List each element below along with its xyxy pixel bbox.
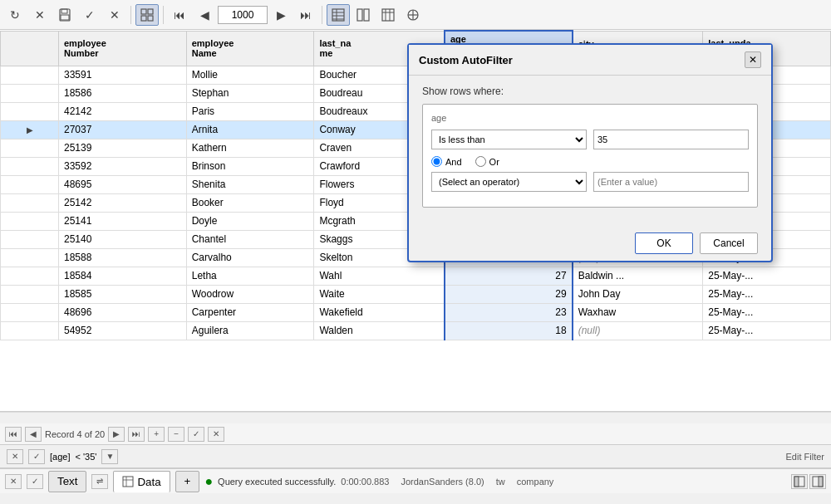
card-view-button[interactable]	[352, 4, 375, 26]
data-tab[interactable]: Data	[113, 471, 170, 492]
table-view-button[interactable]	[327, 4, 350, 26]
cell-employeeNumber: 48696	[59, 303, 187, 321]
filter-close-button[interactable]: ✕	[7, 449, 23, 464]
value2-input[interactable]	[593, 172, 749, 192]
filter-check-button[interactable]: ✓	[28, 449, 45, 464]
or-radio-label[interactable]: Or	[475, 156, 499, 167]
refresh-button[interactable]: ↻	[3, 4, 27, 26]
prev-start-button[interactable]: ⏮	[168, 4, 191, 26]
row-indicator	[1, 157, 59, 175]
col-employeeName[interactable]: employeeName	[186, 31, 314, 66]
row-indicator	[1, 139, 59, 157]
modal-close-button[interactable]: ✕	[745, 51, 761, 68]
operator2-select[interactable]: (Select an operator)	[431, 172, 587, 192]
status-message: Query executed successfully.	[218, 477, 336, 487]
svg-rect-5	[141, 16, 146, 21]
col-employeeNumber[interactable]: employeeNumber	[59, 31, 187, 66]
record-text: Record 4 of 20	[45, 429, 105, 439]
row-indicator	[1, 84, 59, 102]
ok-button[interactable]: OK	[635, 232, 693, 254]
cell-employeeName: Carpenter	[186, 303, 314, 321]
modal-header: Custom AutoFilter ✕	[409, 45, 771, 76]
cell-employeeName: Carvalho	[186, 248, 314, 267]
text-tab[interactable]: Text	[48, 471, 86, 492]
cell-employeeName: Mollie	[186, 66, 314, 84]
table-row: 48696CarpenterWakefield23Waxhaw25-May-..…	[1, 303, 831, 321]
horizontal-scrollbar[interactable]	[0, 412, 831, 423]
cell-last_name: Walden	[314, 321, 445, 340]
filter-expression: < '35'	[75, 452, 96, 462]
cell-employeeName: Letha	[186, 267, 314, 285]
or-radio[interactable]	[475, 156, 486, 167]
row-indicator	[1, 285, 59, 303]
cell-last-update: 25-May-...	[703, 267, 831, 285]
filter-bar: ✕ ✓ [age] < '35' ▼ Edit Filter	[0, 445, 831, 468]
modal-title: Custom AutoFilter	[419, 54, 513, 66]
page-input[interactable]: 1000	[218, 6, 268, 24]
edit-filter-button[interactable]: Edit Filter	[786, 452, 824, 462]
columns-view-button[interactable]	[376, 4, 400, 26]
cell-employeeName: Aguilera	[186, 321, 314, 340]
record-first-button[interactable]: ⏮	[5, 427, 22, 442]
next-end-button[interactable]: ⏭	[294, 4, 317, 26]
record-next-button[interactable]: ▶	[108, 427, 125, 442]
cell-employeeName: Kathern	[186, 139, 314, 157]
view-toggle-1[interactable]	[791, 474, 808, 489]
sep1	[130, 6, 131, 24]
cell-city: John Day	[573, 285, 703, 303]
cell-last_name: Waite	[314, 285, 445, 303]
svg-rect-21	[123, 477, 133, 487]
cell-city: Baldwin ...	[573, 267, 703, 285]
grid-view-button[interactable]	[135, 4, 159, 26]
cell-employeeNumber: 33591	[59, 66, 187, 84]
confirm-tab-button[interactable]: ✓	[27, 474, 43, 489]
stop-button[interactable]: ✕	[28, 4, 52, 26]
and-radio[interactable]	[431, 156, 442, 167]
cell-employeeName: Doyle	[186, 212, 314, 230]
cell-employeeNumber: 25142	[59, 193, 187, 212]
svg-rect-14	[382, 9, 394, 21]
cell-employeeName: Stephan	[186, 84, 314, 102]
record-add-button[interactable]: +	[148, 427, 165, 442]
check-button[interactable]: ✓	[78, 4, 101, 26]
record-check-button[interactable]: ✓	[188, 427, 204, 442]
cell-employeeNumber: 33592	[59, 157, 187, 175]
cell-age: 27	[445, 267, 573, 285]
add-tab-label: +	[184, 475, 191, 487]
cell-last_name: Wahl	[314, 267, 445, 285]
data-tab-label: Data	[137, 476, 160, 488]
cell-employeeNumber: 27037	[59, 120, 187, 139]
next-button[interactable]: ▶	[269, 4, 293, 26]
save-button[interactable]	[53, 4, 76, 26]
close-tab-button[interactable]: ✕	[5, 474, 22, 489]
cancel-modal-button[interactable]: Cancel	[700, 232, 758, 254]
svg-rect-1	[61, 9, 67, 13]
cell-employeeNumber: 18586	[59, 84, 187, 102]
row-indicator	[1, 248, 59, 267]
cell-city: (null)	[573, 321, 703, 340]
sep3	[322, 6, 322, 24]
record-prev-button[interactable]: ◀	[25, 427, 42, 442]
cell-employeeNumber: 25139	[59, 139, 187, 157]
cell-age: 18	[445, 321, 573, 340]
record-bar: ⏮ ◀ Record 4 of 20 ▶ ⏭ + − ✓ ✕	[0, 423, 831, 445]
filter-view-button[interactable]	[401, 4, 425, 26]
record-delete-button[interactable]: −	[168, 427, 184, 442]
operator1-select[interactable]: Is less than	[431, 130, 587, 149]
value1-input[interactable]	[593, 130, 749, 149]
filter-dropdown-button[interactable]: ▼	[101, 449, 118, 464]
cancel-button[interactable]: ✕	[103, 4, 126, 26]
data-tab-icon	[122, 476, 134, 487]
record-cancel-button[interactable]: ✕	[208, 427, 224, 442]
cell-employeeNumber: 25140	[59, 230, 187, 248]
cell-age: 29	[445, 285, 573, 303]
view-toggle-2[interactable]	[809, 474, 826, 489]
cell-last-update: 25-May-...	[703, 285, 831, 303]
swap-tab-button[interactable]: ⇌	[91, 474, 108, 489]
sep2	[163, 6, 164, 24]
record-last-button[interactable]: ⏭	[128, 427, 145, 442]
add-tab-button[interactable]: +	[175, 471, 200, 492]
and-radio-label[interactable]: And	[431, 156, 462, 167]
prev-button[interactable]: ◀	[193, 4, 216, 26]
svg-rect-12	[357, 9, 362, 21]
